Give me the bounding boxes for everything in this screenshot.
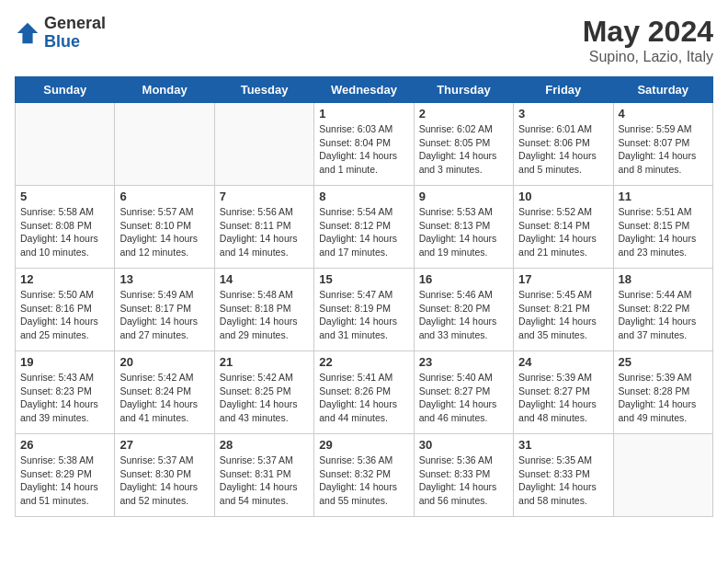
day-info: Sunrise: 5:45 AM Sunset: 8:21 PM Dayligh…	[518, 288, 608, 342]
day-number: 26	[20, 438, 109, 452]
calendar-cell: 18Sunrise: 5:44 AM Sunset: 8:22 PM Dayli…	[613, 269, 712, 351]
calendar-cell	[214, 103, 313, 186]
calendar-cell: 23Sunrise: 5:40 AM Sunset: 8:27 PM Dayli…	[414, 351, 513, 434]
svg-marker-0	[17, 23, 38, 43]
calendar-cell: 4Sunrise: 5:59 AM Sunset: 8:07 PM Daylig…	[613, 103, 712, 186]
day-of-week-header: Wednesday	[314, 77, 414, 103]
calendar-cell: 24Sunrise: 5:39 AM Sunset: 8:27 PM Dayli…	[514, 351, 613, 434]
day-number: 25	[619, 355, 708, 369]
day-info: Sunrise: 5:47 AM Sunset: 8:19 PM Dayligh…	[319, 288, 408, 342]
day-number: 1	[319, 107, 408, 121]
logo-general: General	[44, 15, 106, 33]
calendar-week-row: 26Sunrise: 5:38 AM Sunset: 8:29 PM Dayli…	[16, 434, 713, 517]
day-info: Sunrise: 5:52 AM Sunset: 8:14 PM Dayligh…	[518, 205, 608, 259]
day-info: Sunrise: 6:03 AM Sunset: 8:04 PM Dayligh…	[319, 122, 408, 177]
logo-icon	[15, 20, 40, 46]
calendar-cell: 11Sunrise: 5:51 AM Sunset: 8:15 PM Dayli…	[613, 186, 712, 269]
day-info: Sunrise: 6:02 AM Sunset: 8:05 PM Dayligh…	[419, 122, 508, 177]
logo: General Blue	[15, 15, 106, 52]
day-info: Sunrise: 5:35 AM Sunset: 8:33 PM Dayligh…	[518, 454, 608, 508]
day-number: 30	[419, 438, 508, 452]
day-number: 4	[619, 107, 708, 121]
day-number: 9	[419, 190, 508, 203]
day-info: Sunrise: 5:39 AM Sunset: 8:28 PM Dayligh…	[619, 371, 708, 425]
calendar-cell: 31Sunrise: 5:35 AM Sunset: 8:33 PM Dayli…	[514, 434, 613, 517]
day-number: 20	[119, 355, 209, 369]
day-info: Sunrise: 5:42 AM Sunset: 8:24 PM Dayligh…	[119, 371, 209, 425]
calendar-cell	[16, 103, 115, 186]
calendar-cell: 5Sunrise: 5:58 AM Sunset: 8:08 PM Daylig…	[16, 186, 115, 269]
calendar-week-row: 12Sunrise: 5:50 AM Sunset: 8:16 PM Dayli…	[16, 269, 713, 351]
day-number: 14	[220, 272, 309, 286]
calendar-cell: 26Sunrise: 5:38 AM Sunset: 8:29 PM Dayli…	[16, 434, 115, 517]
day-of-week-header: Monday	[115, 77, 214, 103]
day-info: Sunrise: 5:51 AM Sunset: 8:15 PM Dayligh…	[619, 205, 708, 259]
day-number: 24	[518, 355, 608, 369]
calendar-table: SundayMondayTuesdayWednesdayThursdayFrid…	[15, 76, 713, 517]
day-info: Sunrise: 6:01 AM Sunset: 8:06 PM Dayligh…	[518, 122, 608, 177]
day-info: Sunrise: 5:46 AM Sunset: 8:20 PM Dayligh…	[419, 288, 508, 342]
calendar-cell: 30Sunrise: 5:36 AM Sunset: 8:33 PM Dayli…	[414, 434, 513, 517]
day-info: Sunrise: 5:54 AM Sunset: 8:12 PM Dayligh…	[319, 205, 408, 259]
day-number: 3	[518, 107, 608, 121]
calendar-cell: 28Sunrise: 5:37 AM Sunset: 8:31 PM Dayli…	[214, 434, 313, 517]
day-number: 5	[20, 190, 109, 203]
calendar-cell: 21Sunrise: 5:42 AM Sunset: 8:25 PM Dayli…	[214, 351, 313, 434]
day-number: 21	[220, 355, 309, 369]
calendar-cell: 27Sunrise: 5:37 AM Sunset: 8:30 PM Dayli…	[115, 434, 214, 517]
day-info: Sunrise: 5:53 AM Sunset: 8:13 PM Dayligh…	[419, 205, 508, 259]
day-info: Sunrise: 5:44 AM Sunset: 8:22 PM Dayligh…	[619, 288, 708, 342]
calendar-week-row: 19Sunrise: 5:43 AM Sunset: 8:23 PM Dayli…	[16, 351, 713, 434]
day-info: Sunrise: 5:38 AM Sunset: 8:29 PM Dayligh…	[20, 454, 109, 508]
calendar-cell: 15Sunrise: 5:47 AM Sunset: 8:19 PM Dayli…	[314, 269, 414, 351]
day-info: Sunrise: 5:36 AM Sunset: 8:32 PM Dayligh…	[319, 454, 408, 508]
day-info: Sunrise: 5:49 AM Sunset: 8:17 PM Dayligh…	[119, 288, 209, 342]
calendar-cell: 10Sunrise: 5:52 AM Sunset: 8:14 PM Dayli…	[514, 186, 613, 269]
calendar-cell: 19Sunrise: 5:43 AM Sunset: 8:23 PM Dayli…	[16, 351, 115, 434]
calendar-cell: 2Sunrise: 6:02 AM Sunset: 8:05 PM Daylig…	[414, 103, 513, 186]
day-number: 29	[319, 438, 408, 452]
day-number: 6	[119, 190, 209, 203]
day-info: Sunrise: 5:48 AM Sunset: 8:18 PM Dayligh…	[220, 288, 309, 342]
calendar-cell: 7Sunrise: 5:56 AM Sunset: 8:11 PM Daylig…	[214, 186, 313, 269]
day-number: 18	[619, 272, 708, 286]
day-number: 23	[419, 355, 508, 369]
day-number: 7	[220, 190, 309, 203]
day-number: 16	[419, 272, 508, 286]
day-info: Sunrise: 5:59 AM Sunset: 8:07 PM Dayligh…	[619, 122, 708, 177]
calendar-week-row: 5Sunrise: 5:58 AM Sunset: 8:08 PM Daylig…	[16, 186, 713, 269]
day-number: 2	[419, 107, 508, 121]
calendar-cell: 17Sunrise: 5:45 AM Sunset: 8:21 PM Dayli…	[514, 269, 613, 351]
calendar-cell: 16Sunrise: 5:46 AM Sunset: 8:20 PM Dayli…	[414, 269, 513, 351]
day-number: 15	[319, 272, 408, 286]
month-year-title: May 2024	[583, 15, 713, 49]
calendar-cell: 3Sunrise: 6:01 AM Sunset: 8:06 PM Daylig…	[514, 103, 613, 186]
day-number: 31	[518, 438, 608, 452]
calendar-cell: 1Sunrise: 6:03 AM Sunset: 8:04 PM Daylig…	[314, 103, 414, 186]
day-number: 17	[518, 272, 608, 286]
day-of-week-header: Sunday	[16, 77, 115, 103]
day-number: 10	[518, 190, 608, 203]
calendar-cell: 25Sunrise: 5:39 AM Sunset: 8:28 PM Dayli…	[613, 351, 712, 434]
day-info: Sunrise: 5:41 AM Sunset: 8:26 PM Dayligh…	[319, 371, 408, 425]
calendar-cell	[613, 434, 712, 517]
calendar-cell: 6Sunrise: 5:57 AM Sunset: 8:10 PM Daylig…	[115, 186, 214, 269]
calendar-cell: 13Sunrise: 5:49 AM Sunset: 8:17 PM Dayli…	[115, 269, 214, 351]
calendar-cell: 14Sunrise: 5:48 AM Sunset: 8:18 PM Dayli…	[214, 269, 313, 351]
day-info: Sunrise: 5:43 AM Sunset: 8:23 PM Dayligh…	[20, 371, 109, 425]
page-header: General Blue May 2024 Supino, Lazio, Ita…	[15, 15, 713, 65]
calendar-cell: 20Sunrise: 5:42 AM Sunset: 8:24 PM Dayli…	[115, 351, 214, 434]
calendar-cell	[115, 103, 214, 186]
calendar-header-row: SundayMondayTuesdayWednesdayThursdayFrid…	[16, 77, 713, 103]
day-number: 11	[619, 190, 708, 203]
day-number: 28	[220, 438, 309, 452]
day-info: Sunrise: 5:40 AM Sunset: 8:27 PM Dayligh…	[419, 371, 508, 425]
location-subtitle: Supino, Lazio, Italy	[583, 49, 713, 65]
calendar-cell: 9Sunrise: 5:53 AM Sunset: 8:13 PM Daylig…	[414, 186, 513, 269]
calendar-week-row: 1Sunrise: 6:03 AM Sunset: 8:04 PM Daylig…	[16, 103, 713, 186]
day-of-week-header: Saturday	[613, 77, 712, 103]
day-info: Sunrise: 5:58 AM Sunset: 8:08 PM Dayligh…	[20, 205, 109, 259]
day-number: 13	[119, 272, 209, 286]
day-info: Sunrise: 5:42 AM Sunset: 8:25 PM Dayligh…	[220, 371, 309, 425]
day-of-week-header: Friday	[514, 77, 613, 103]
